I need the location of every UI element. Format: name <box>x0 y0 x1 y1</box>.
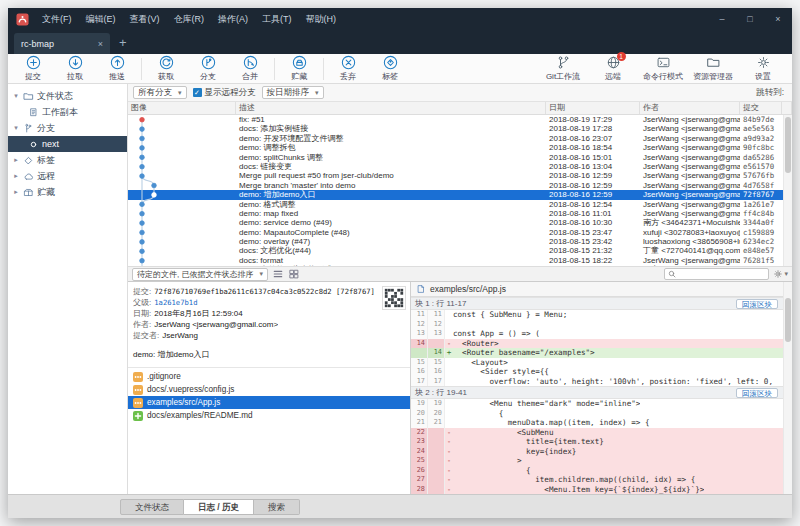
file-item[interactable]: docs/examples/README.md <box>128 409 410 422</box>
commit-row[interactable]: demo: 增加demo入口2018-08-16 12:59JserWang <… <box>128 190 792 199</box>
maximize-button[interactable]: □ <box>736 8 764 30</box>
disclosure-arrow-icon[interactable]: ▾ <box>12 92 20 100</box>
column-header-2[interactable]: 日期 <box>546 102 640 114</box>
toolbar-gitflow-label: Git工作流 <box>546 71 580 82</box>
commit-info-row: 父级:1a261e7b1d <box>133 297 405 308</box>
toolbar-terminal-label: 命令行模式 <box>643 71 683 82</box>
commit-row[interactable]: demo: splitChunks 调整2018-08-16 15:01Jser… <box>128 153 792 162</box>
toolbar-settings-button[interactable]: 设置 <box>738 55 788 82</box>
old-line-number: 21 <box>411 418 428 428</box>
toolbar-push-button[interactable]: 推送 <box>96 55 138 82</box>
commit-row[interactable]: docs: 文档优化(#44)2018-08-15 21:32丁童 <72704… <box>128 246 792 255</box>
menu-edit[interactable]: 编辑(E) <box>79 8 123 30</box>
menu-file[interactable]: 文件(F) <box>35 8 79 30</box>
commit-row[interactable]: docs: format2018-08-15 18:22JserWang <js… <box>128 256 792 265</box>
search-options-button[interactable]: ▾ <box>773 269 788 279</box>
tab-close-icon[interactable]: × <box>98 39 103 49</box>
menu-actions[interactable]: 操作(A) <box>211 8 255 30</box>
sidebar-item-tags[interactable]: ▸标签 <box>8 152 127 168</box>
toolbar-discard-button[interactable]: 丢弃 <box>327 55 369 82</box>
revert-hunk-button[interactable]: 回滚区块 <box>736 388 778 398</box>
commit-row[interactable]: demo: map fixed2018-08-16 11:01JserWang … <box>128 209 792 218</box>
commit-row[interactable]: docs: 链接变更2018-08-16 13:04JserWang <jser… <box>128 162 792 171</box>
repo-tab[interactable]: rc-bmap × <box>14 33 110 54</box>
commit-date-cell: 2018-08-15 21:32 <box>546 246 640 255</box>
file-name: docs/examples/README.md <box>147 411 253 420</box>
list-view-icon[interactable] <box>272 268 284 280</box>
commit-row[interactable]: demo: 调整拆包2018-08-16 18:54JserWang <jser… <box>128 143 792 152</box>
tab-search[interactable]: 搜索 <box>254 499 300 515</box>
commit-info-row: 日期:2018年8月16日 12:59:04 <box>133 308 405 319</box>
commit-row[interactable]: demo: overlay (#47)2018-08-15 23:42luosh… <box>128 237 792 246</box>
sidebar-item-branches[interactable]: ▾分支 <box>8 120 127 136</box>
diff-line: 1313const App = () => ( <box>411 329 792 339</box>
parent-commit-link[interactable]: 1a261e7b1d <box>154 297 197 308</box>
commit-message-cell: fix: #51 <box>236 115 546 124</box>
file-item[interactable]: examples/src/App.js <box>128 396 410 409</box>
sidebar-item-label: 分支 <box>37 122 55 135</box>
diff-vertical-scrollbar[interactable] <box>783 282 792 494</box>
old-line-number: 25 <box>411 456 428 466</box>
diff-code-text: <Menu.Item key={`${index}_${idx}`}> <box>453 485 704 495</box>
menu-help[interactable]: 帮助(H) <box>299 8 344 30</box>
toolbar-merge-button[interactable]: 合并 <box>229 55 271 82</box>
sidebar-item-working-copy[interactable]: 工作副本 <box>8 104 127 120</box>
toolbar-fetch-button[interactable]: 获取 <box>145 55 187 82</box>
commit-row[interactable]: demo: MapautoComplete (#48)2018-08-15 23… <box>128 228 792 237</box>
sort-order-select[interactable]: 按日期排序 ▾ <box>262 86 324 99</box>
commit-row[interactable]: docs: 事件修改为表格形式展示 (#42)2018-08-15 16:10丁… <box>128 265 792 266</box>
column-header-1[interactable]: 描述 <box>236 102 546 114</box>
toolbar-remote-button[interactable]: 1远端 <box>588 55 638 82</box>
scrollbar-thumb[interactable] <box>785 117 791 173</box>
grid-view-icon[interactable] <box>288 268 300 280</box>
menu-repository[interactable]: 仓库(R) <box>167 8 212 30</box>
menu-view[interactable]: 查看(V) <box>123 8 167 30</box>
sidebar-item-stashes[interactable]: ▸贮藏 <box>8 184 127 200</box>
diff-line: 26- { <box>411 466 792 476</box>
commit-row[interactable]: demo: 开发环境配置文件调整2018-08-16 23:07JserWang… <box>128 134 792 143</box>
toolbar-stash-button[interactable]: 贮藏 <box>278 55 320 82</box>
commit-row[interactable]: fix: #512018-08-19 17:29JserWang <jserwa… <box>128 115 792 124</box>
vertical-scrollbar[interactable] <box>783 115 792 266</box>
sidebar-item-remotes[interactable]: ▸远程 <box>8 168 127 184</box>
scrollbar-thumb[interactable] <box>785 298 791 342</box>
disclosure-arrow-icon[interactable]: ▸ <box>12 188 20 196</box>
toolbar-pull-button[interactable]: 拉取 <box>54 55 96 82</box>
disclosure-arrow-icon[interactable]: ▾ <box>12 124 20 132</box>
pending-filter-select[interactable]: 待定的文件, 已依据文件状态排序 ▾ <box>132 268 268 281</box>
file-item[interactable]: docs/.vuepress/config.js <box>128 383 410 396</box>
toolbar-explorer-button[interactable]: 资源管理器 <box>688 55 738 82</box>
toolbar-merge-label: 合并 <box>242 71 258 82</box>
column-header-3[interactable]: 作者 <box>640 102 740 114</box>
show-remote-checkbox[interactable]: ✓ 显示远程分支 <box>193 87 256 99</box>
branch-filter-select[interactable]: 所有分支 ▾ <box>133 86 187 99</box>
toolbar-terminal-button[interactable]: 命令行模式 <box>638 55 688 82</box>
disclosure-arrow-icon[interactable]: ▸ <box>12 156 20 164</box>
close-button[interactable]: × <box>764 8 792 30</box>
sidebar-item-file-status[interactable]: ▾文件状态 <box>8 88 127 104</box>
toolbar-gitflow-button[interactable]: Git工作流 <box>538 55 588 82</box>
menu-tools[interactable]: 工具(T) <box>255 8 299 30</box>
toolbar-commit-button[interactable]: 提交 <box>12 55 54 82</box>
toolbar-branch-button[interactable]: 分支 <box>187 55 229 82</box>
revert-hunk-button[interactable]: 回滚区块 <box>736 299 778 309</box>
old-line-number: 22 <box>411 428 428 438</box>
minimize-button[interactable]: – <box>708 8 736 30</box>
tab-log-history[interactable]: 日志 / 历史 <box>184 499 254 515</box>
sidebar-item-branch-next[interactable]: next <box>8 136 127 152</box>
commit-row[interactable]: Merge branch 'master' into demo2018-08-1… <box>128 181 792 190</box>
toolbar-tag-button[interactable]: 标签 <box>369 55 411 82</box>
search-input[interactable] <box>679 270 765 279</box>
commit-row[interactable]: demo: 格式调整2018-08-16 12:54JserWang <jser… <box>128 200 792 209</box>
file-item[interactable]: .gitignore <box>128 370 410 383</box>
disclosure-arrow-icon[interactable]: ▸ <box>12 172 20 180</box>
column-header-0[interactable]: 图像 <box>128 102 236 114</box>
column-header-4[interactable]: 提交 <box>740 102 782 114</box>
commit-row[interactable]: Merge pull request #50 from jser-club/de… <box>128 171 792 180</box>
tab-file-status[interactable]: 文件状态 <box>120 499 184 515</box>
new-tab-button[interactable]: + <box>110 31 136 54</box>
commit-row[interactable]: docs: 添加实例链接2018-08-19 17:28JserWang <js… <box>128 124 792 133</box>
toolbar-discard-label: 丢弃 <box>340 71 356 82</box>
toolbar: 提交拉取推送获取分支合并贮藏丢弃标签Git工作流1远端命令行模式资源管理器设置 <box>8 54 792 84</box>
commit-row[interactable]: demo: service demo (#49)2018-08-16 10:30… <box>128 218 792 227</box>
